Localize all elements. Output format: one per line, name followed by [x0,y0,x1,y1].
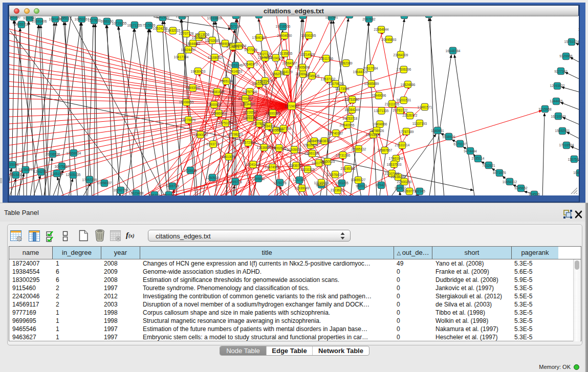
svg-text:20904050: 20904050 [277,34,292,37]
svg-text:17840167: 17840167 [252,36,267,39]
svg-text:17016504: 17016504 [559,143,574,147]
svg-text:12093822: 12093822 [550,84,565,87]
svg-text:18724007: 18724007 [285,104,299,108]
svg-text:19524886: 19524886 [401,83,416,86]
svg-text:952214: 952214 [163,193,175,195]
svg-text:1795726: 1795726 [229,180,242,184]
svg-text:11337193: 11337193 [412,122,427,125]
svg-text:1735935: 1735935 [184,169,197,172]
svg-text:12942757: 12942757 [34,170,49,173]
svg-text:20546173: 20546173 [243,62,258,66]
svg-text:19644128: 19644128 [353,70,368,74]
svg-text:12905896: 12905896 [295,65,310,69]
svg-text:16671355: 16671355 [127,24,142,27]
svg-text:1167534: 1167534 [568,158,579,161]
svg-text:20691406: 20691406 [32,19,47,23]
svg-text:19430453: 19430453 [191,70,206,73]
svg-text:16782759: 16782759 [114,188,128,192]
svg-text:19564107: 19564107 [282,61,297,65]
svg-text:2935114: 2935114 [472,157,485,160]
svg-text:13436751: 13436751 [289,164,303,167]
svg-text:20995893: 20995893 [382,38,397,41]
svg-text:22449096: 22449096 [372,94,386,97]
svg-text:9193715: 9193715 [206,142,220,146]
svg-text:9269773: 9269773 [403,189,416,193]
svg-text:20517084: 20517084 [363,67,378,70]
svg-text:11041410: 11041410 [246,163,261,166]
svg-text:13455327: 13455327 [351,178,366,182]
svg-text:22226537: 22226537 [243,111,258,114]
svg-text:10214906: 10214906 [300,53,315,56]
svg-text:23365132: 23365132 [352,147,366,151]
svg-text:1935061: 1935061 [9,163,19,166]
svg-text:22414853: 22414853 [228,70,243,73]
svg-text:10078620: 10078620 [252,122,267,125]
svg-text:10033809: 10033809 [207,16,222,20]
svg-text:23964309: 23964309 [394,53,408,57]
svg-text:14104376: 14104376 [269,56,284,60]
svg-text:18002635: 18002635 [272,146,287,150]
svg-text:21679826: 21679826 [329,82,343,85]
svg-text:13371335: 13371335 [374,109,389,113]
svg-text:13537332: 13537332 [321,77,336,81]
svg-text:10893308: 10893308 [243,116,258,120]
svg-text:11173581: 11173581 [335,87,350,91]
svg-text:13493940: 13493940 [186,86,201,90]
svg-text:22500250: 22500250 [397,180,412,184]
svg-text:16135635: 16135635 [278,52,293,55]
svg-text:15751074: 15751074 [564,40,579,43]
svg-text:22576438: 22576438 [328,173,343,177]
svg-text:1295117: 1295117 [59,16,72,20]
svg-text:22638289: 22638289 [391,175,406,179]
svg-text:9465779: 9465779 [166,184,179,188]
svg-text:10505812: 10505812 [192,36,207,39]
svg-text:1095811: 1095811 [252,177,265,181]
svg-text:14486963: 14486963 [211,112,226,115]
svg-text:10719155: 10719155 [112,21,127,25]
svg-text:9474444: 9474444 [464,149,477,153]
svg-text:9664179: 9664179 [279,70,293,74]
svg-text:18798926: 18798926 [369,129,384,133]
svg-text:29053346: 29053346 [228,63,243,67]
svg-text:17787189: 17787189 [399,130,414,134]
svg-text:1232347: 1232347 [293,178,306,182]
svg-text:1640951: 1640951 [431,129,444,133]
svg-text:9377389: 9377389 [244,48,257,52]
svg-text:17359934: 17359934 [67,151,81,155]
svg-text:17461942: 17461942 [389,157,404,160]
svg-text:13455429: 13455429 [258,79,273,83]
svg-text:21631014: 21631014 [395,143,410,147]
svg-text:1527602: 1527602 [88,18,101,22]
svg-text:18844882: 18844882 [186,42,201,46]
svg-text:22387667: 22387667 [378,148,393,152]
svg-text:21361256: 21361256 [305,151,320,155]
svg-text:21236211: 21236211 [331,188,345,192]
svg-text:10654112: 10654112 [503,180,517,184]
svg-text:11505978: 11505978 [287,148,302,151]
svg-text:20751054: 20751054 [219,121,233,125]
svg-text:1678276: 1678276 [273,181,287,185]
svg-text:13681888: 13681888 [210,90,225,94]
svg-text:2087682: 2087682 [362,17,376,21]
svg-text:3215958: 3215958 [538,107,552,111]
svg-text:391541: 391541 [10,173,21,177]
svg-text:14027226: 14027226 [257,52,272,56]
svg-text:16648784: 16648784 [446,49,461,53]
svg-text:18572994: 18572994 [241,141,256,144]
svg-text:19384554: 19384554 [307,139,322,143]
svg-text:1083452: 1083452 [573,171,579,174]
svg-text:15609864: 15609864 [232,44,247,48]
svg-text:15702685: 15702685 [205,39,220,42]
svg-text:14055712: 14055712 [14,23,29,26]
svg-text:18824457: 18824457 [181,48,196,52]
svg-text:10958107: 10958107 [97,181,112,185]
svg-text:16201531: 16201531 [397,98,411,102]
svg-text:16210643: 16210643 [551,115,566,118]
svg-text:12731386: 12731386 [336,154,351,157]
svg-text:5938926: 5938926 [442,135,455,139]
svg-text:13000295: 13000295 [301,34,316,37]
svg-text:924536: 924536 [529,192,540,195]
svg-text:10757909: 10757909 [243,90,257,94]
svg-text:17957255: 17957255 [82,178,97,182]
svg-text:19203523: 19203523 [366,133,381,137]
